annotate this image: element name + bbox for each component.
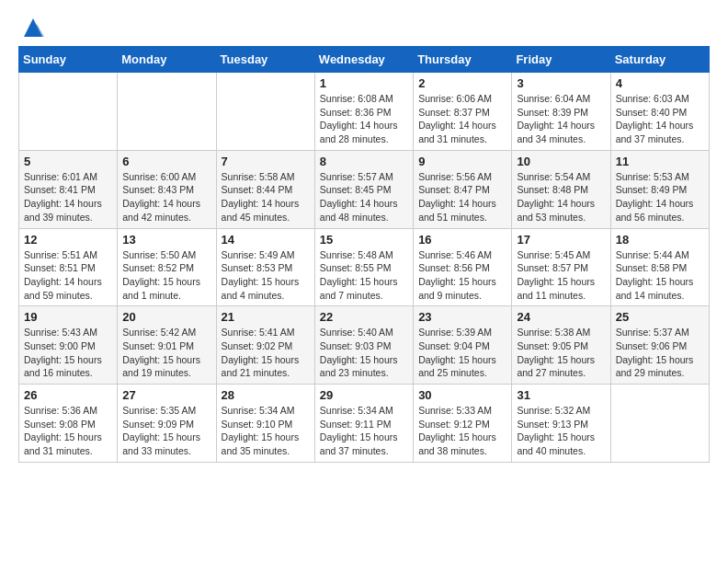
week-row-1: 1Sunrise: 6:08 AM Sunset: 8:36 PM Daylig…	[19, 73, 710, 151]
day-number: 29	[320, 388, 408, 402]
day-number: 30	[418, 388, 506, 402]
day-info: Sunrise: 5:49 AM Sunset: 8:53 PM Dayligh…	[222, 248, 310, 303]
weekday-header-saturday: Saturday	[610, 47, 709, 73]
calendar-cell: 23Sunrise: 5:39 AM Sunset: 9:04 PM Dayli…	[414, 306, 512, 385]
day-number: 20	[122, 310, 210, 324]
calendar-cell: 16Sunrise: 5:46 AM Sunset: 8:56 PM Dayli…	[414, 228, 512, 306]
logo	[18, 15, 46, 37]
day-number: 28	[222, 388, 310, 402]
day-info: Sunrise: 5:34 AM Sunset: 9:11 PM Dayligh…	[320, 404, 408, 458]
day-info: Sunrise: 5:56 AM Sunset: 8:47 PM Dayligh…	[418, 170, 506, 224]
day-number: 8	[320, 155, 408, 168]
calendar-cell: 28Sunrise: 5:34 AM Sunset: 9:10 PM Dayli…	[216, 385, 314, 463]
day-info: Sunrise: 5:50 AM Sunset: 8:52 PM Dayligh…	[122, 248, 210, 303]
day-number: 26	[24, 388, 112, 402]
calendar-cell: 30Sunrise: 5:33 AM Sunset: 9:12 PM Dayli…	[414, 385, 512, 463]
week-row-4: 19Sunrise: 5:43 AM Sunset: 9:00 PM Dayli…	[19, 306, 710, 385]
calendar-cell: 6Sunrise: 6:00 AM Sunset: 8:43 PM Daylig…	[118, 150, 216, 228]
day-info: Sunrise: 5:40 AM Sunset: 9:03 PM Dayligh…	[320, 326, 408, 380]
day-info: Sunrise: 5:35 AM Sunset: 9:09 PM Dayligh…	[122, 404, 210, 458]
weekday-header-tuesday: Tuesday	[216, 47, 314, 73]
day-info: Sunrise: 5:32 AM Sunset: 9:13 PM Dayligh…	[517, 404, 605, 458]
calendar-cell: 13Sunrise: 5:50 AM Sunset: 8:52 PM Dayli…	[118, 228, 216, 306]
day-info: Sunrise: 5:46 AM Sunset: 8:56 PM Dayligh…	[418, 248, 506, 303]
calendar-cell: 18Sunrise: 5:44 AM Sunset: 8:58 PM Dayli…	[610, 228, 709, 306]
day-number: 4	[616, 76, 704, 90]
day-info: Sunrise: 5:53 AM Sunset: 8:49 PM Dayligh…	[616, 170, 704, 224]
day-number: 5	[24, 155, 112, 168]
calendar-cell: 15Sunrise: 5:48 AM Sunset: 8:55 PM Dayli…	[314, 228, 413, 306]
day-number: 11	[616, 155, 704, 168]
calendar-cell: 24Sunrise: 5:38 AM Sunset: 9:05 PM Dayli…	[512, 306, 610, 385]
day-info: Sunrise: 5:39 AM Sunset: 9:04 PM Dayligh…	[418, 326, 506, 380]
day-info: Sunrise: 5:41 AM Sunset: 9:02 PM Dayligh…	[222, 326, 310, 380]
day-number: 27	[122, 388, 210, 402]
day-number: 25	[616, 310, 704, 324]
day-info: Sunrise: 5:58 AM Sunset: 8:44 PM Dayligh…	[222, 170, 310, 224]
calendar-cell: 2Sunrise: 6:06 AM Sunset: 8:37 PM Daylig…	[414, 73, 512, 151]
calendar-cell: 8Sunrise: 5:57 AM Sunset: 8:45 PM Daylig…	[314, 150, 413, 228]
day-number: 19	[24, 310, 112, 324]
day-number: 24	[517, 310, 605, 324]
day-info: Sunrise: 5:44 AM Sunset: 8:58 PM Dayligh…	[616, 248, 704, 303]
day-number: 14	[222, 233, 310, 247]
calendar-cell: 29Sunrise: 5:34 AM Sunset: 9:11 PM Dayli…	[314, 385, 413, 463]
calendar-cell: 14Sunrise: 5:49 AM Sunset: 8:53 PM Dayli…	[216, 228, 314, 306]
week-row-3: 12Sunrise: 5:51 AM Sunset: 8:51 PM Dayli…	[19, 228, 710, 306]
calendar-cell: 1Sunrise: 6:08 AM Sunset: 8:36 PM Daylig…	[314, 73, 413, 151]
day-info: Sunrise: 5:36 AM Sunset: 9:08 PM Dayligh…	[24, 404, 112, 458]
day-info: Sunrise: 5:33 AM Sunset: 9:12 PM Dayligh…	[418, 404, 506, 458]
calendar-cell: 27Sunrise: 5:35 AM Sunset: 9:09 PM Dayli…	[118, 385, 216, 463]
day-info: Sunrise: 5:54 AM Sunset: 8:48 PM Dayligh…	[517, 170, 605, 224]
day-info: Sunrise: 5:48 AM Sunset: 8:55 PM Dayligh…	[320, 248, 408, 303]
weekday-header-sunday: Sunday	[19, 47, 118, 73]
day-number: 13	[122, 233, 210, 247]
calendar-cell: 10Sunrise: 5:54 AM Sunset: 8:48 PM Dayli…	[512, 150, 610, 228]
calendar-cell: 31Sunrise: 5:32 AM Sunset: 9:13 PM Dayli…	[512, 385, 610, 463]
calendar-cell: 11Sunrise: 5:53 AM Sunset: 8:49 PM Dayli…	[610, 150, 709, 228]
calendar-cell: 19Sunrise: 5:43 AM Sunset: 9:00 PM Dayli…	[19, 306, 118, 385]
day-number: 15	[320, 233, 408, 247]
calendar-cell: 3Sunrise: 6:04 AM Sunset: 8:39 PM Daylig…	[512, 73, 610, 151]
day-info: Sunrise: 5:45 AM Sunset: 8:57 PM Dayligh…	[517, 248, 605, 303]
day-info: Sunrise: 6:03 AM Sunset: 8:40 PM Dayligh…	[616, 92, 704, 146]
calendar-cell: 17Sunrise: 5:45 AM Sunset: 8:57 PM Dayli…	[512, 228, 610, 306]
day-info: Sunrise: 5:57 AM Sunset: 8:45 PM Dayligh…	[320, 170, 408, 224]
day-info: Sunrise: 6:00 AM Sunset: 8:43 PM Dayligh…	[122, 170, 210, 224]
day-info: Sunrise: 6:04 AM Sunset: 8:39 PM Dayligh…	[517, 92, 605, 146]
day-number: 21	[222, 310, 310, 324]
day-info: Sunrise: 5:37 AM Sunset: 9:06 PM Dayligh…	[616, 326, 704, 380]
weekday-header-thursday: Thursday	[414, 47, 512, 73]
calendar-cell: 9Sunrise: 5:56 AM Sunset: 8:47 PM Daylig…	[414, 150, 512, 228]
day-number: 10	[517, 155, 605, 168]
header	[18, 15, 710, 37]
calendar-cell	[216, 73, 314, 151]
day-number: 3	[517, 76, 605, 90]
day-number: 1	[320, 76, 408, 90]
calendar-cell: 26Sunrise: 5:36 AM Sunset: 9:08 PM Dayli…	[19, 385, 118, 463]
calendar-cell: 21Sunrise: 5:41 AM Sunset: 9:02 PM Dayli…	[216, 306, 314, 385]
calendar-cell: 25Sunrise: 5:37 AM Sunset: 9:06 PM Dayli…	[610, 306, 709, 385]
calendar-table: SundayMondayTuesdayWednesdayThursdayFrid…	[18, 46, 710, 463]
weekday-header-row: SundayMondayTuesdayWednesdayThursdayFrid…	[19, 47, 710, 73]
day-info: Sunrise: 5:38 AM Sunset: 9:05 PM Dayligh…	[517, 326, 605, 380]
day-number: 12	[24, 233, 112, 247]
day-info: Sunrise: 5:51 AM Sunset: 8:51 PM Dayligh…	[24, 248, 112, 303]
page: SundayMondayTuesdayWednesdayThursdayFrid…	[0, 0, 728, 481]
day-info: Sunrise: 6:06 AM Sunset: 8:37 PM Dayligh…	[418, 92, 506, 146]
weekday-header-monday: Monday	[118, 47, 216, 73]
calendar-cell: 12Sunrise: 5:51 AM Sunset: 8:51 PM Dayli…	[19, 228, 118, 306]
day-info: Sunrise: 6:08 AM Sunset: 8:36 PM Dayligh…	[320, 92, 408, 146]
day-number: 23	[418, 310, 506, 324]
weekday-header-friday: Friday	[512, 47, 610, 73]
calendar-cell	[118, 73, 216, 151]
day-info: Sunrise: 6:01 AM Sunset: 8:41 PM Dayligh…	[24, 170, 112, 224]
logo-icon	[20, 15, 46, 40]
calendar-cell: 5Sunrise: 6:01 AM Sunset: 8:41 PM Daylig…	[19, 150, 118, 228]
day-number: 17	[517, 233, 605, 247]
day-number: 18	[616, 233, 704, 247]
day-number: 7	[222, 155, 310, 168]
day-number: 9	[418, 155, 506, 168]
day-info: Sunrise: 5:34 AM Sunset: 9:10 PM Dayligh…	[222, 404, 310, 458]
calendar-cell: 7Sunrise: 5:58 AM Sunset: 8:44 PM Daylig…	[216, 150, 314, 228]
